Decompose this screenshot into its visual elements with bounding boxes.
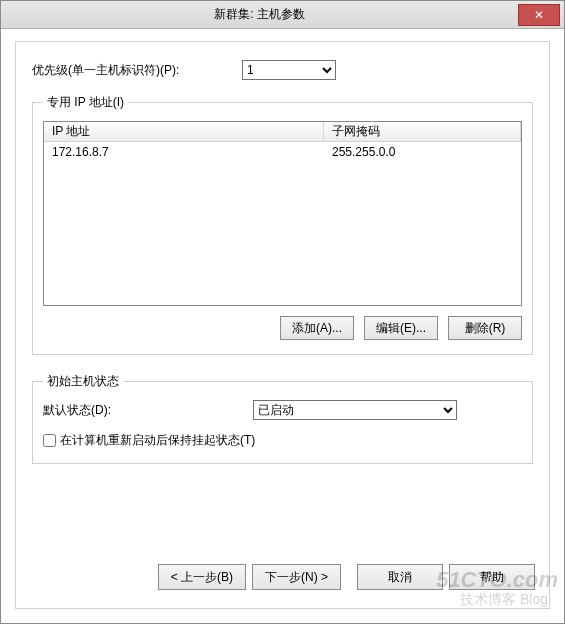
close-icon: ✕ (534, 8, 544, 22)
window-title: 新群集: 主机参数 (1, 6, 518, 23)
table-row[interactable]: 172.16.8.7 255.255.0.0 (44, 142, 521, 162)
column-header-ip[interactable]: IP 地址 (44, 122, 324, 141)
default-state-row: 默认状态(D): 已启动 (43, 400, 522, 420)
titlebar: 新群集: 主机参数 ✕ (1, 1, 564, 29)
add-button[interactable]: 添加(A)... (280, 316, 354, 340)
close-button[interactable]: ✕ (518, 4, 560, 26)
default-state-select[interactable]: 已启动 (253, 400, 457, 420)
initial-state-legend: 初始主机状态 (43, 373, 123, 390)
wizard-buttons: < 上一步(B) 下一步(N) > 取消 帮助 (30, 564, 535, 590)
priority-select[interactable]: 1 (242, 60, 336, 80)
ip-buttons-row: 添加(A)... 编辑(E)... 删除(R) (43, 316, 522, 340)
ip-group: 专用 IP 地址(I) IP 地址 子网掩码 172.16.8.7 255.25… (32, 94, 533, 355)
keep-suspended-row: 在计算机重新启动后保持挂起状态(T) (43, 432, 522, 449)
default-state-label: 默认状态(D): (43, 402, 253, 419)
help-button[interactable]: 帮助 (449, 564, 535, 590)
initial-state-group: 初始主机状态 默认状态(D): 已启动 在计算机重新启动后保持挂起状态(T) (32, 373, 533, 464)
cell-ip: 172.16.8.7 (44, 142, 324, 162)
ip-list-header: IP 地址 子网掩码 (44, 122, 521, 142)
cancel-button[interactable]: 取消 (357, 564, 443, 590)
cell-mask: 255.255.0.0 (324, 142, 521, 162)
content-panel: 优先级(单一主机标识符)(P): 1 专用 IP 地址(I) IP 地址 子网掩… (15, 41, 550, 609)
remove-button[interactable]: 删除(R) (448, 316, 522, 340)
next-button[interactable]: 下一步(N) > (252, 564, 341, 590)
column-header-mask[interactable]: 子网掩码 (324, 122, 521, 141)
back-button[interactable]: < 上一步(B) (158, 564, 246, 590)
priority-row: 优先级(单一主机标识符)(P): 1 (32, 60, 533, 80)
ip-group-legend: 专用 IP 地址(I) (43, 94, 128, 111)
dialog-window: 新群集: 主机参数 ✕ 优先级(单一主机标识符)(P): 1 专用 IP 地址(… (0, 0, 565, 624)
priority-label: 优先级(单一主机标识符)(P): (32, 62, 242, 79)
keep-suspended-label: 在计算机重新启动后保持挂起状态(T) (60, 432, 255, 449)
edit-button[interactable]: 编辑(E)... (364, 316, 438, 340)
ip-listview[interactable]: IP 地址 子网掩码 172.16.8.7 255.255.0.0 (43, 121, 522, 306)
keep-suspended-checkbox[interactable] (43, 434, 56, 447)
